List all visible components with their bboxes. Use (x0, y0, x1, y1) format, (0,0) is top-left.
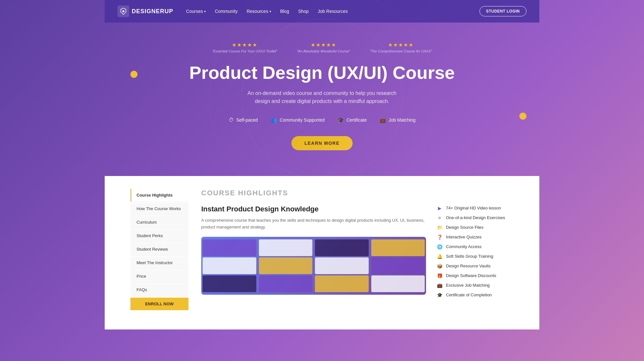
hero-features: ⏱ Self-paced 👥 Community Supported 🎓 Cer… (118, 117, 526, 123)
feature-job-matching: 💼 Job Matching (380, 117, 415, 123)
feature-hd-video: ▶ 74+ Original HD Video lesson (436, 205, 514, 211)
sidebar-item-meet-instructor[interactable]: Meet The Instructor (130, 256, 188, 269)
hero-dot-left (130, 71, 137, 78)
gift-icon: 🎁 (436, 273, 443, 279)
hero-star-reviews: ★★★★★ "Essential Course For Your UX/UI T… (118, 42, 526, 53)
exercises-icon: ≡ (436, 215, 443, 221)
feature-label-job-matching: Exclusive Job Matching (446, 283, 490, 288)
navbar: DESIGNERUP Courses ▾ Community Resources… (105, 0, 539, 23)
feature-label-certificate: Certificate (346, 117, 367, 123)
nav-link-shop[interactable]: Shop (298, 9, 309, 14)
feature-label-job-matching: Job Matching (389, 117, 415, 123)
feature-quizzes: ❓ Interactive Quizzes (436, 234, 514, 240)
sidebar-item-curriculum[interactable]: Curriculum (130, 216, 188, 229)
feature-label-software-discounts: Design Software Discounts (446, 273, 496, 278)
nav-link-job-resources[interactable]: Job Resources (318, 9, 348, 14)
feature-list: ▶ 74+ Original HD Video lesson ≡ One-of-… (436, 205, 514, 298)
logo-icon (118, 5, 129, 17)
sidebar-item-student-reviews[interactable]: Student Reviews (130, 243, 188, 256)
stars-3: ★★★★★ (388, 42, 414, 48)
feature-self-paced: ⏱ Self-paced (229, 117, 258, 123)
feature-label-quizzes: Interactive Quizzes (446, 235, 482, 239)
feature-group-training: 🔔 Soft Skills Group Training (436, 253, 514, 260)
feature-design-exercises: ≡ One-of-a-kind Design Exercises (436, 215, 514, 221)
briefcase-icon: 💼 (436, 282, 443, 289)
quote-1: "Essential Course For Your UX/UI Toolkit… (212, 49, 278, 53)
learn-more-button[interactable]: LEARN MORE (291, 136, 352, 150)
feature-software-discounts: 🎁 Design Software Discounts (436, 273, 514, 279)
star-review-3: ★★★★★ "The Comprehensive Course for UX/U… (370, 42, 432, 53)
feature-source-files: 📁 Design Source Files (436, 224, 514, 231)
highlights-card-title: Instant Product Design Knowledge (201, 205, 426, 213)
section-title: COURSE HIGHLIGHTS (201, 189, 514, 197)
nav-logo-text: DESIGNERUP (132, 8, 173, 15)
svg-point-1 (122, 10, 124, 12)
quiz-icon: ❓ (436, 234, 443, 240)
sidebar-item-price[interactable]: Price (130, 270, 188, 283)
graduation-icon: 🎓 (436, 292, 443, 298)
feature-certificate: 🎓 Certificate of Completion (436, 292, 514, 298)
job-icon: 💼 (380, 117, 386, 123)
folder-icon: 📁 (436, 224, 443, 231)
hero-title: Product Design (UX/UI) Course (118, 63, 526, 83)
img-mockup (201, 237, 426, 295)
highlights-left: Instant Product Design Knowledge A compr… (201, 205, 426, 298)
sidebar: Course Highlights How The Course Works C… (130, 189, 188, 310)
vault-icon: 📦 (436, 263, 443, 269)
sidebar-item-how-course-works[interactable]: How The Course Works (130, 202, 188, 215)
content-section: Course Highlights How The Course Works C… (105, 176, 539, 329)
feature-label-design-exercises: One-of-a-kind Design Exercises (446, 215, 505, 220)
star-review-2: ★★★★★ "An Absolutely Wonderful Course" (297, 42, 350, 53)
globe-icon: 🌐 (436, 244, 443, 250)
nav-links: Courses ▾ Community Resources ▾ Blog Sho… (186, 6, 526, 16)
stars-2: ★★★★★ (311, 42, 336, 48)
sidebar-item-course-highlights[interactable]: Course Highlights (130, 189, 188, 202)
nav-link-courses[interactable]: Courses ▾ (186, 9, 206, 14)
sidebar-item-faqs[interactable]: FAQs (130, 283, 188, 296)
star-review-1: ★★★★★ "Essential Course For Your UX/UI T… (212, 42, 278, 53)
certificate-icon: 🎓 (337, 117, 344, 123)
video-icon: ▶ (436, 205, 443, 211)
bell-icon: 🔔 (436, 253, 443, 260)
feature-certificate: 🎓 Certificate (337, 117, 367, 123)
feature-label-group-training: Soft Skills Group Training (446, 254, 493, 259)
feature-community: 👥 Community Supported (271, 117, 325, 123)
feature-label-source-files: Design Source Files (446, 225, 483, 230)
hero-subtitle: An on-demand video course and community … (245, 89, 399, 106)
community-icon: 👥 (271, 117, 277, 123)
student-login-button[interactable]: STUDENT LOGIN (479, 6, 527, 16)
feature-label-self-paced: Self-paced (236, 117, 258, 123)
page-wrapper: DESIGNERUP Courses ▾ Community Resources… (105, 0, 539, 329)
highlights-image (201, 237, 426, 295)
clock-icon: ⏱ (229, 117, 234, 123)
feature-label-hd-video: 74+ Original HD Video lesson (446, 206, 501, 210)
feature-resource-vaults: 📦 Design Resource Vaults (436, 263, 514, 269)
quote-3: "The Comprehensive Course for UX/UI" (370, 49, 432, 53)
nav-link-resources[interactable]: Resources ▾ (247, 9, 271, 14)
highlights-grid: Instant Product Design Knowledge A compr… (201, 205, 514, 298)
hero-dot-right (519, 113, 526, 120)
main-content: COURSE HIGHLIGHTS Instant Product Design… (201, 189, 514, 310)
feature-label-community: Community Supported (280, 117, 325, 123)
feature-label-community-access: Community Access (446, 244, 482, 249)
resources-chevron-icon: ▾ (270, 10, 271, 13)
feature-community-access: 🌐 Community Access (436, 244, 514, 250)
nav-logo[interactable]: DESIGNERUP (118, 5, 173, 17)
feature-label-certificate: Certificate of Completion (446, 292, 492, 297)
highlights-card-desc: A comprehensive course that teaches you … (201, 217, 426, 231)
feature-label-resource-vaults: Design Resource Vaults (446, 264, 491, 268)
stars-1: ★★★★★ (232, 42, 258, 48)
highlights-right: ▶ 74+ Original HD Video lesson ≡ One-of-… (436, 205, 514, 298)
feature-job-matching: 💼 Exclusive Job Matching (436, 282, 514, 289)
nav-link-community[interactable]: Community (215, 9, 238, 14)
nav-link-blog[interactable]: Blog (280, 9, 289, 14)
sidebar-item-student-perks[interactable]: Student Perks (130, 229, 188, 242)
enroll-now-button[interactable]: ENROLL NOW (130, 298, 188, 310)
quote-2: "An Absolutely Wonderful Course" (297, 49, 350, 53)
courses-chevron-icon: ▾ (204, 10, 206, 13)
hero-section: ★★★★★ "Essential Course For Your UX/UI T… (105, 23, 539, 176)
